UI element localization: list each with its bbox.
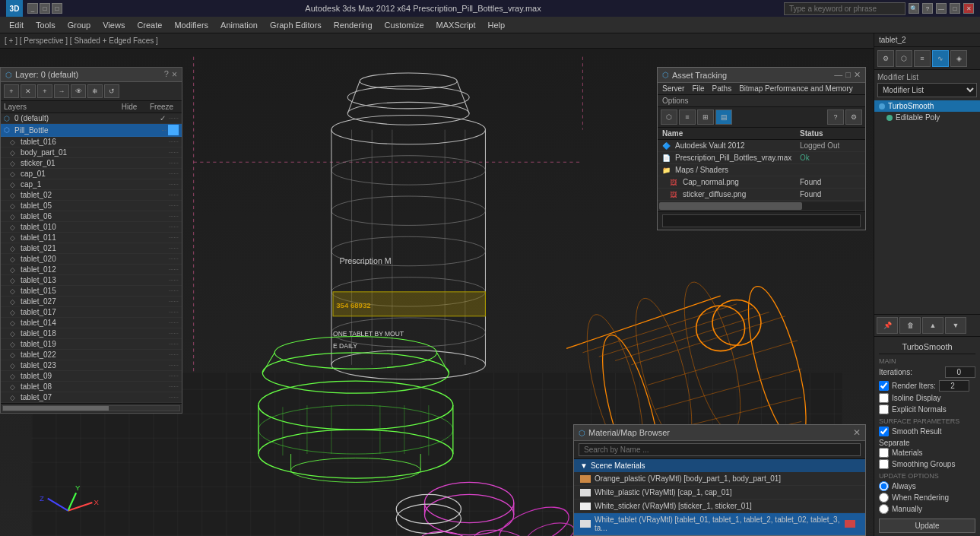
layer-item-tablet018[interactable]: ◇ tablet_018 ··· ···	[1, 328, 182, 339]
asset-h-scrollbar[interactable]	[659, 202, 864, 210]
menu-tools[interactable]: Tools	[30, 19, 62, 31]
scene-materials-header[interactable]: ▼ Scene Materials	[574, 459, 865, 472]
minimize-icon[interactable]: _	[27, 3, 38, 14]
material-search-input[interactable]	[579, 443, 861, 456]
material-close-button[interactable]: ✕	[853, 427, 861, 438]
material-item-white-tablet[interactable]: White_tablet (VRayMtl) [tablet_01, table…	[574, 513, 865, 535]
layer-item-tablet020[interactable]: ◇ tablet_020 ··· ···	[1, 254, 182, 265]
mod-move-down-button[interactable]: ▼	[945, 317, 966, 334]
rp-icon-3[interactable]: ≡	[914, 50, 931, 67]
asset-menu-bitmap[interactable]: Bitmap Performance and Memory	[739, 84, 853, 93]
layers-select-button[interactable]: →	[54, 84, 69, 98]
layer-item-tablet017[interactable]: ◇ tablet_017 ··· ···	[1, 307, 182, 318]
layer-item-sticker[interactable]: ◇ sticker_01 ··· ···	[1, 158, 182, 169]
asset-row-sticker-diffuse[interactable]: 🖼 sticker_diffuse.png Found	[658, 189, 865, 201]
asset-tb-settings-btn[interactable]: ⚙	[845, 109, 862, 125]
update-button[interactable]: Update	[879, 519, 975, 533]
layer-item-body[interactable]: ◇ body_part_01 ··· ···	[1, 147, 182, 158]
title-minimize-button[interactable]: —	[936, 3, 947, 14]
when-rendering-radio[interactable]	[879, 493, 889, 503]
rp-icon-4[interactable]: ∿	[932, 50, 949, 67]
layer-item-tablet012[interactable]: ◇ tablet_012 ··· ···	[1, 265, 182, 275]
layer-item[interactable]: ⬡ 0 (default) ✓ ··· ···	[1, 113, 182, 124]
asset-maximize-button[interactable]: □	[845, 70, 851, 80]
layer-item-tablet02[interactable]: ◇ tablet_02 ··· ···	[1, 190, 182, 201]
asset-tb-btn-active[interactable]: ▤	[715, 109, 732, 125]
layer-item-tablet027[interactable]: ◇ tablet_027 ··· ···	[1, 297, 182, 307]
manually-radio[interactable]	[879, 504, 889, 514]
menu-group[interactable]: Group	[62, 19, 97, 31]
layer-item-tablet011[interactable]: ◇ tablet_011 ··· ···	[1, 233, 182, 243]
asset-row-cap-normal[interactable]: 🖼 Cap_normal.png Found	[658, 176, 865, 189]
menu-help[interactable]: Help	[482, 19, 512, 31]
modifier-item-editablepoly[interactable]: Editable Poly	[874, 112, 980, 123]
explicit-normals-checkbox[interactable]	[879, 404, 889, 414]
iterations-input[interactable]	[945, 366, 975, 378]
layer-item-tablet08[interactable]: ◇ tablet_08 ··· ···	[1, 382, 182, 392]
menu-customize[interactable]: Customize	[379, 19, 430, 31]
menu-graph-editors[interactable]: Graph Editors	[264, 19, 328, 31]
layers-h-scroll[interactable]	[2, 405, 180, 411]
rp-icon-5[interactable]: ◈	[950, 50, 967, 67]
layer-item-tablet023[interactable]: ◇ tablet_023 ··· ···	[1, 360, 182, 371]
layer-item-tablet05[interactable]: ◇ tablet_05 ··· ···	[1, 201, 182, 211]
maximize-icon[interactable]: □	[52, 3, 62, 14]
title-close-button[interactable]: ✕	[963, 3, 974, 14]
mod-delete-button[interactable]: 🗑	[899, 317, 921, 334]
layers-close-button[interactable]: ×	[172, 69, 177, 80]
layer-item-tablet019[interactable]: ◇ tablet_019 ··· ···	[1, 339, 182, 350]
asset-menu-server[interactable]: Server	[662, 84, 684, 93]
menu-maxscript[interactable]: MAXScript	[430, 19, 482, 31]
layers-scroll-bar[interactable]	[1, 403, 182, 413]
modifier-item-turbossmooth[interactable]: TurboSmooth	[874, 100, 980, 112]
mod-move-up-button[interactable]: ▲	[922, 317, 944, 334]
asset-menu-paths[interactable]: Paths	[712, 84, 732, 93]
restore-icon[interactable]: □	[40, 3, 50, 14]
layer-item-tablet021[interactable]: ◇ tablet_021 ··· ···	[1, 243, 182, 254]
menu-rendering[interactable]: Rendering	[328, 19, 379, 31]
smoothing-groups-checkbox[interactable]	[879, 459, 889, 469]
help-icon[interactable]: ?	[922, 3, 933, 14]
layer-item-cap1[interactable]: ◇ cap_1 ··· ···	[1, 179, 182, 190]
layer-item-pill-bottle[interactable]: ⬡ Pill_Bottle ···	[1, 124, 182, 137]
layers-help-button[interactable]: ?	[164, 69, 169, 80]
material-item-orange[interactable]: Orange_plastic (VRayMtl) [body_part_1, b…	[574, 472, 865, 486]
menu-create[interactable]: Create	[131, 19, 168, 31]
mod-pin-button[interactable]: 📌	[877, 317, 898, 334]
rp-icon-2[interactable]: ⬡	[896, 50, 912, 67]
layer-item-tablet022[interactable]: ◇ tablet_022 ··· ···	[1, 350, 182, 360]
layer-item-cap01[interactable]: ◇ cap_01 ··· ···	[1, 169, 182, 179]
asset-tb-btn-2[interactable]: ≡	[679, 109, 696, 125]
layer-item-tablet09[interactable]: ◇ tablet_09 ··· ···	[1, 371, 182, 382]
render-iters-checkbox[interactable]	[879, 381, 889, 391]
asset-tb-btn-3[interactable]: ⊞	[697, 109, 714, 125]
search-button[interactable]: 🔍	[909, 3, 919, 14]
layers-delete-button[interactable]: ✕	[21, 84, 36, 98]
menu-animation[interactable]: Animation	[214, 19, 264, 31]
material-item-white-sticker[interactable]: White_sticker (VRayMtl) [sticker_1, stic…	[574, 500, 865, 513]
menu-edit[interactable]: Edit	[3, 19, 30, 31]
rp-icon-1[interactable]: ⚙	[877, 50, 894, 67]
title-restore-button[interactable]: □	[950, 3, 960, 14]
asset-minimize-button[interactable]: —	[834, 70, 842, 80]
smooth-result-checkbox[interactable]	[879, 427, 889, 436]
menu-modifiers[interactable]: Modifiers	[168, 19, 214, 31]
asset-tb-help-btn[interactable]: ?	[827, 109, 844, 125]
menu-views[interactable]: Views	[97, 19, 131, 31]
asset-row-maps[interactable]: 📁 Maps / Shaders	[658, 164, 865, 176]
layer-item-tablet013[interactable]: ◇ tablet_013 ··· ···	[1, 275, 182, 286]
materials-checkbox[interactable]	[879, 448, 889, 458]
layers-create-button[interactable]: +	[4, 84, 19, 98]
layer-item-tablet010[interactable]: ◇ tablet_010 ··· ···	[1, 222, 182, 233]
layer-item-tablet07[interactable]: ◇ tablet_07 ··· ···	[1, 392, 182, 403]
layer-item-tablet016[interactable]: ◇ tablet_016 ··· ···	[1, 137, 182, 147]
asset-path-input[interactable]	[662, 214, 861, 227]
layer-item-tablet015[interactable]: ◇ tablet_015 ··· ···	[1, 286, 182, 297]
layers-freeze-all-button[interactable]: ❄	[87, 84, 103, 98]
layer-item-tablet06[interactable]: ◇ tablet_06 ··· ···	[1, 211, 182, 222]
layers-add-to-button[interactable]: +	[37, 84, 52, 98]
asset-row-maxfile[interactable]: 📄 Prescription_Pill_Bottles_vray.max Ok	[658, 152, 865, 164]
material-item-white-plastic[interactable]: White_plastic (VRayMtl) [cap_1, cap_01]	[574, 486, 865, 500]
always-radio[interactable]	[879, 481, 889, 491]
modifier-dropdown[interactable]: Modifier List	[877, 83, 977, 97]
